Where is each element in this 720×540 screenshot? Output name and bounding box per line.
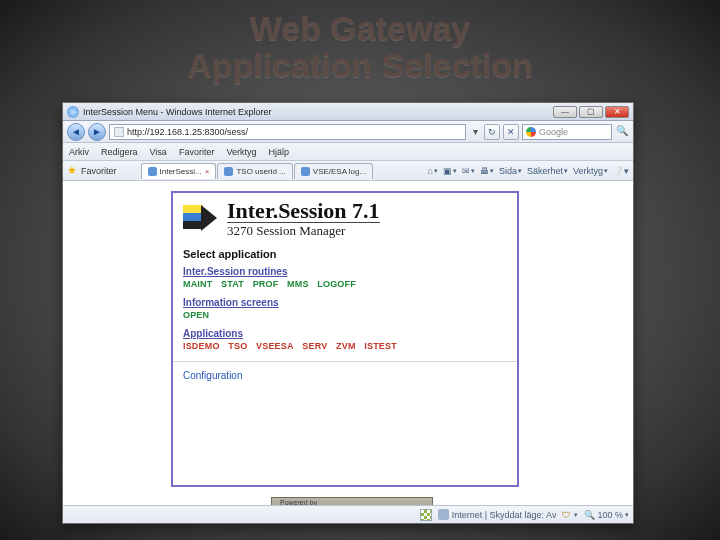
maximize-button[interactable]: ▢ <box>579 106 603 118</box>
group-apps: Applications ISDEMO TSO VSEESA SERV ZVM … <box>173 324 517 355</box>
powered-by-badge: Powered by InterSession 7.1 3270 Session… <box>271 497 433 505</box>
address-bar: ◄ ► http://192.168.1.25:8300/sess/ ▾ ↻ ✕… <box>63 121 633 143</box>
app-link-stat[interactable]: STAT <box>221 279 244 289</box>
command-bar: ⌂▾ ▣▾ ✉▾ 🖶▾ Sida▾ Säkerhet▾ Verktyg▾ ❔▾ <box>428 166 630 176</box>
mail-button[interactable]: ✉▾ <box>462 166 475 176</box>
search-button[interactable]: 🔍 <box>615 124 629 140</box>
slide-title-line2: Application Selection <box>0 47 720 84</box>
group-items: OPEN <box>183 308 507 324</box>
url-dropdown[interactable]: ▾ <box>469 126 481 137</box>
select-heading: Select application <box>173 240 517 262</box>
app-link-serv[interactable]: SERV <box>302 341 327 351</box>
app-link-maint[interactable]: MAINT <box>183 279 212 289</box>
search-placeholder: Google <box>539 125 568 139</box>
feeds-button[interactable]: ▣▾ <box>443 166 457 176</box>
google-icon <box>526 127 536 137</box>
app-link-vseesa[interactable]: VSEESA <box>256 341 294 351</box>
close-button[interactable]: ✕ <box>605 106 629 118</box>
protected-mode[interactable]: 🛡 ▾ <box>562 510 578 520</box>
tab-icon <box>148 167 157 176</box>
app-link-tso[interactable]: TSO <box>228 341 247 351</box>
tab-label: VSE/ESA log... <box>313 167 366 176</box>
zoom-icon: 🔍 <box>584 510 595 520</box>
zoom-value: 100 % <box>597 510 623 520</box>
brand-name: Inter.Session 7.1 <box>227 199 380 222</box>
status-bar: Internet | Skyddat läge: Av 🛡 ▾ 🔍 100 % … <box>63 505 633 523</box>
menu-hjalp[interactable]: Hjälp <box>268 147 289 157</box>
globe-icon <box>438 509 449 520</box>
configuration-link[interactable]: Configuration <box>173 361 517 387</box>
app-panel: Inter.Session 7.1 3270 Session Manager S… <box>171 191 519 487</box>
app-link-isdemo[interactable]: ISDEMO <box>183 341 220 351</box>
compat-icon[interactable] <box>420 509 432 521</box>
shield-icon: 🛡 <box>562 510 571 520</box>
favorites-bar: ★ Favoriter InterSessi... × TSO userid .… <box>63 161 633 181</box>
app-link-prof[interactable]: PROF <box>253 279 279 289</box>
safety-menu[interactable]: Säkerhet▾ <box>527 166 568 176</box>
tools-menu[interactable]: Verktyg▾ <box>573 166 608 176</box>
app-link-zvm[interactable]: ZVM <box>336 341 356 351</box>
url-field[interactable]: http://192.168.1.25:8300/sess/ <box>109 124 466 140</box>
ie-globe-icon <box>67 106 79 118</box>
menu-arkiv[interactable]: Arkiv <box>69 147 89 157</box>
menu-redigera[interactable]: Redigera <box>101 147 138 157</box>
tab-vseesa[interactable]: VSE/ESA log... <box>294 163 373 179</box>
titlebar: InterSession Menu - Windows Internet Exp… <box>63 103 633 121</box>
page-content: Inter.Session 7.1 3270 Session Manager S… <box>63 181 633 505</box>
brand-sub: 3270 Session Manager <box>227 222 380 238</box>
group-items: ISDEMO TSO VSEESA SERV ZVM ISTEST <box>183 339 507 355</box>
zoom-control[interactable]: 🔍 100 % ▾ <box>584 510 629 520</box>
tab-intersession[interactable]: InterSessi... × <box>141 163 217 179</box>
print-button[interactable]: 🖶▾ <box>480 166 494 176</box>
app-link-logoff[interactable]: LOGOFF <box>317 279 356 289</box>
intersession-logo-icon <box>183 203 221 233</box>
tab-label: TSO userid ... <box>236 167 285 176</box>
group-info: Information screens OPEN <box>173 293 517 324</box>
tab-close-icon[interactable]: × <box>205 167 210 176</box>
favorites-star-icon[interactable]: ★ <box>67 164 77 177</box>
group-routines: Inter.Session routines MAINT STAT PROF M… <box>173 262 517 293</box>
group-title: Inter.Session routines <box>183 266 507 277</box>
search-field[interactable]: Google <box>522 124 612 140</box>
url-text: http://192.168.1.25:8300/sess/ <box>127 125 248 139</box>
group-items: MAINT STAT PROF MMS LOGOFF <box>183 277 507 293</box>
group-title: Information screens <box>183 297 507 308</box>
tab-row: InterSessi... × TSO userid ... VSE/ESA l… <box>141 163 374 179</box>
zone-text: Internet | Skyddat läge: Av <box>452 510 557 520</box>
page-menu[interactable]: Sida▾ <box>499 166 522 176</box>
app-link-istest[interactable]: ISTEST <box>364 341 397 351</box>
tab-icon <box>224 167 233 176</box>
menu-verktyg[interactable]: Verktyg <box>226 147 256 157</box>
window-title: InterSession Menu - Windows Internet Exp… <box>83 107 553 117</box>
browser-window: InterSession Menu - Windows Internet Exp… <box>62 102 634 524</box>
slide-title: Web Gateway Application Selection <box>0 0 720 85</box>
tab-icon <box>301 167 310 176</box>
refresh-button[interactable]: ↻ <box>484 124 500 140</box>
menu-favoriter[interactable]: Favoriter <box>179 147 215 157</box>
page-icon <box>114 127 124 137</box>
favorites-label: Favoriter <box>81 166 117 176</box>
minimize-button[interactable]: — <box>553 106 577 118</box>
logo-row: Inter.Session 7.1 3270 Session Manager <box>173 193 517 240</box>
tab-label: InterSessi... <box>160 167 202 176</box>
stop-button[interactable]: ✕ <box>503 124 519 140</box>
help-button[interactable]: ❔▾ <box>613 166 629 176</box>
slide-title-line1: Web Gateway <box>0 10 720 47</box>
tab-tso[interactable]: TSO userid ... <box>217 163 292 179</box>
back-button[interactable]: ◄ <box>67 123 85 141</box>
zone-indicator[interactable]: Internet | Skyddat läge: Av <box>438 509 557 520</box>
app-link-open[interactable]: OPEN <box>183 310 209 320</box>
menu-bar: Arkiv Redigera Visa Favoriter Verktyg Hj… <box>63 143 633 161</box>
menu-visa[interactable]: Visa <box>150 147 167 157</box>
forward-button[interactable]: ► <box>88 123 106 141</box>
home-button[interactable]: ⌂▾ <box>428 166 438 176</box>
group-title: Applications <box>183 328 507 339</box>
app-link-mms[interactable]: MMS <box>287 279 309 289</box>
